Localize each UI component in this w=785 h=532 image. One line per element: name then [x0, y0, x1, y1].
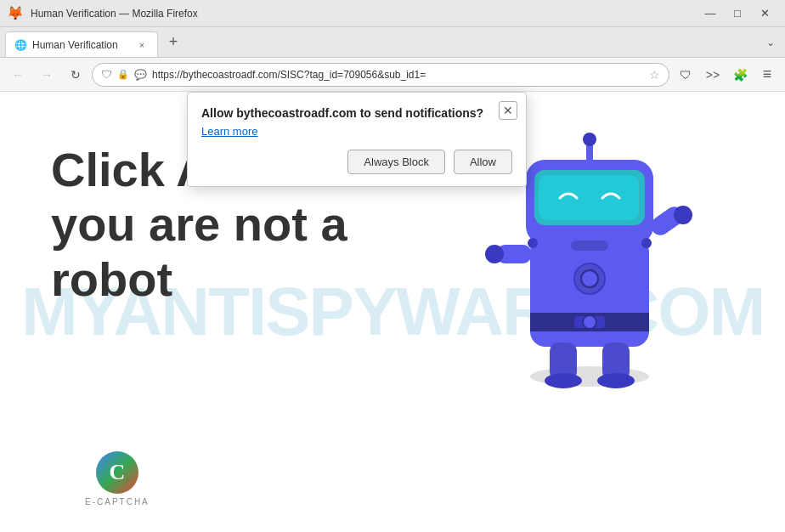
always-block-button[interactable]: Always Block	[347, 150, 445, 174]
reload-button[interactable]: ↻	[63, 62, 88, 88]
svg-point-12	[597, 373, 635, 388]
notification-close-button[interactable]: ✕	[499, 101, 517, 120]
active-tab[interactable]: 🌐 Human Verification ×	[5, 31, 158, 57]
shield-monitor-button[interactable]: 🛡	[673, 62, 698, 88]
svg-point-19	[528, 238, 538, 248]
maximize-button[interactable]: □	[724, 0, 751, 27]
tab-close-button[interactable]: ×	[135, 38, 149, 52]
notification-buttons: Always Block Allow	[201, 150, 512, 174]
forward-button[interactable]: →	[34, 62, 59, 88]
window-close-button[interactable]: ✕	[751, 0, 778, 27]
svg-point-4	[583, 315, 596, 329]
window-title: Human Verification — Mozilla Firefox	[31, 8, 198, 20]
shield-icon: 🛡	[101, 68, 112, 81]
back-button[interactable]: ←	[5, 62, 31, 88]
notification-permission-icon: 💬	[134, 69, 147, 81]
tab-bar: 🌐 Human Verification × + ⌄	[0, 27, 785, 58]
svg-point-22	[581, 270, 598, 287]
learn-more-link[interactable]: Learn more	[201, 125, 257, 138]
extensions-button[interactable]: 🧩	[727, 62, 753, 88]
svg-point-6	[485, 245, 504, 263]
lock-icon: 🔒	[117, 69, 129, 80]
menu-button[interactable]: ≡	[754, 62, 780, 88]
nav-bar: ← → ↻ 🛡 🔒 💬 https://bythecoastroadf.com/…	[0, 58, 785, 92]
ecaptcha-logo: C	[96, 451, 138, 494]
new-tab-button[interactable]: +	[161, 31, 185, 54]
title-bar: 🦊 Human Verification — Mozilla Firefox —…	[0, 0, 785, 27]
notification-title: Allow bythecoastroadf.com to send notifi…	[201, 106, 512, 120]
address-bar: 🛡 🔒 💬 https://bythecoastroadf.com/SISC?t…	[92, 63, 669, 87]
more-tools-button[interactable]: >>	[700, 62, 726, 88]
tab-favicon: 🌐	[14, 39, 27, 51]
bookmark-icon[interactable]: ☆	[649, 68, 660, 82]
ecaptcha-label: E-CAPTCHA	[85, 497, 150, 507]
allow-button[interactable]: Allow	[454, 150, 512, 174]
svg-rect-18	[571, 241, 608, 251]
minimize-button[interactable]: —	[697, 0, 724, 27]
tab-overflow-button[interactable]: ⌄	[761, 37, 780, 48]
svg-point-8	[674, 206, 692, 224]
ecaptcha-widget: C E-CAPTCHA	[85, 451, 150, 507]
url-display[interactable]: https://bythecoastroadf.com/SISC?tag_id=…	[152, 69, 644, 81]
window-controls: — □ ✕	[697, 0, 778, 27]
tab-label: Human Verification	[32, 39, 130, 51]
svg-point-20	[641, 238, 652, 248]
nav-right-buttons: 🛡 >> 🧩 ≡	[673, 62, 780, 88]
svg-rect-15	[539, 175, 639, 220]
notification-popup: ✕ Allow bythecoastroadf.com to send noti…	[187, 92, 527, 187]
firefox-icon: 🦊	[7, 5, 24, 21]
svg-point-17	[583, 133, 596, 146]
svg-point-11	[545, 373, 582, 388]
